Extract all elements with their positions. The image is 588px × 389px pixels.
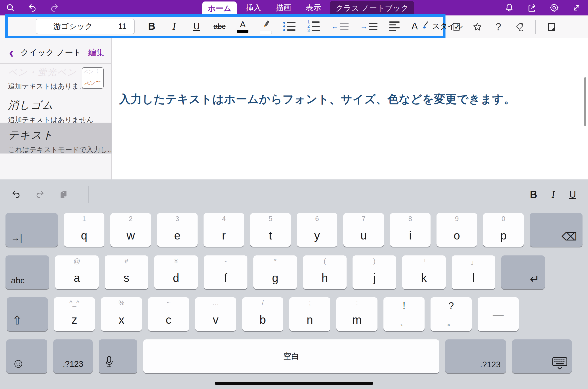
help-icon[interactable]: ? [493,22,503,32]
tab-home[interactable]: ホーム [202,1,237,15]
edit-button[interactable]: 編集 [88,47,112,58]
key-e[interactable]: 3e [157,213,198,247]
redo-icon[interactable] [49,3,59,13]
search-icon[interactable] [5,3,15,13]
key-sublabel: 」 [452,257,495,266]
highlighter-button[interactable] [260,18,272,35]
note-item-eraser[interactable]: 消しゴム 追加テキストはありません [0,94,112,123]
styles-button[interactable]: A スタイル [411,21,463,32]
key-y[interactable]: 6y [297,213,337,247]
kb-undo-icon[interactable] [11,189,21,199]
key-l[interactable]: 」l [452,255,495,289]
key-g[interactable]: *g [253,255,297,289]
kb-italic-button[interactable]: I [552,189,555,200]
kb-paste-icon[interactable] [59,189,69,199]
undo-icon[interactable] [27,3,37,13]
key-glyph: ⌫ [562,231,577,242]
key-exclaim[interactable]: !、 [383,297,425,331]
settings-gear-icon[interactable] [549,3,559,13]
key-z[interactable]: ^_^z [54,297,95,331]
font-color-button[interactable]: A [237,18,248,35]
key-sublabel: ( [303,257,347,265]
key-mic[interactable] [99,339,137,373]
home-indicator[interactable] [215,382,373,385]
font-size-selector[interactable]: 11 [110,19,134,34]
key-s[interactable]: #s [105,255,148,289]
kb-underline-button[interactable]: U [569,189,576,200]
sidebar-title: クイック ノート [14,47,88,58]
key-shift[interactable]: ⇧ [7,297,48,331]
key-x[interactable]: %x [101,297,142,331]
key-u[interactable]: 7u [343,213,384,247]
key-sublabel: ; [289,299,330,307]
key-numbers-right[interactable]: .?123 [445,339,506,373]
key-r[interactable]: 4r [204,213,244,247]
indent-button[interactable]: → [360,18,377,35]
kb-redo-icon[interactable] [35,189,45,199]
key-o[interactable]: 9o [437,213,477,247]
alignment-button[interactable] [389,18,400,35]
bullet-list-button[interactable] [283,18,295,35]
tab-draw[interactable]: 描画 [270,0,296,15]
note-item-pen[interactable]: ペン・蛍光ペン 追加テキストはありま… ペン（ ペン〜 [0,64,112,94]
key-label: o [437,224,477,247]
canvas-scrollbar[interactable] [584,77,586,126]
numbered-list-button[interactable]: 1 2 3 [307,18,320,35]
key-glyph: →| [11,233,22,242]
key-m[interactable]: :m [336,297,377,331]
key-emoji[interactable]: ☺ [6,339,47,373]
key-b[interactable]: /b [242,297,283,331]
share-icon[interactable] [527,3,537,13]
key-q[interactable]: 1q [64,213,104,247]
font-color-letter: A [240,20,246,28]
key-h[interactable]: (h [303,255,347,289]
key-k[interactable]: 「k [402,255,446,289]
key-sublabel: 6 [297,215,337,223]
back-chevron-icon[interactable]: ‹ [0,45,14,60]
tab-class-notebook[interactable]: クラス ノートブック [330,1,414,15]
expand-icon[interactable] [572,3,582,13]
kb-bold-button[interactable]: B [530,189,537,200]
key-f[interactable]: -f [204,255,247,289]
key-v[interactable]: …v [195,297,236,331]
strikethrough-button[interactable]: abc [214,18,225,35]
italic-button[interactable]: I [169,18,180,35]
key-w[interactable]: 2w [110,213,151,247]
key-i[interactable]: 8i [390,213,431,247]
tab-view[interactable]: 表示 [300,0,326,15]
key-return[interactable]: ↵ [501,255,545,289]
bold-button[interactable]: B [146,18,157,35]
emoji-icon: ☺ [12,357,25,370]
key-dismiss[interactable] [512,339,572,373]
notifications-bell-icon[interactable] [504,3,514,13]
underline-button[interactable]: U [191,18,202,35]
note-canvas[interactable]: 入力したテキストはホームからフォント、サイズ、色などを変更できます。 [112,38,588,179]
key-t[interactable]: 5t [250,213,291,247]
key-backspace[interactable]: ⌫ [530,213,583,247]
page-notes-panel-icon[interactable] [547,22,557,32]
keyboard-row-4: ☺.?123空白.?123 [6,339,572,373]
key-question[interactable]: ?。 [431,297,472,331]
key-d[interactable]: ¥d [154,255,198,289]
key-tab[interactable]: →| [5,213,58,247]
tag-icon[interactable] [514,22,524,32]
key-n[interactable]: ;n [289,297,330,331]
key-j[interactable]: )j [353,255,396,289]
keyboard-dismiss-icon [552,357,568,372]
key-p[interactable]: 0p [483,213,524,247]
note-item-text-selected[interactable]: テキスト これはテキストモードで入力し… [0,123,112,154]
key-space[interactable]: 空白 [143,339,439,373]
tab-insert[interactable]: 挿入 [240,0,267,15]
key-c[interactable]: ~c [148,297,189,331]
key-abc-mode[interactable]: abc [5,255,49,289]
numbered-1: 1 [307,21,310,23]
key-glyph: .?123 [480,360,501,369]
outdent-button[interactable]: ← [331,18,349,35]
key-numbers-left[interactable]: .?123 [53,339,93,373]
bullet-list-icon [283,22,295,31]
font-name-selector[interactable]: 游ゴシック [36,19,110,34]
key-a[interactable]: @a [55,255,99,289]
key-sublabel: 。 [431,316,472,328]
key-dash[interactable]: — [478,297,519,331]
star-tag-icon[interactable] [472,22,482,32]
